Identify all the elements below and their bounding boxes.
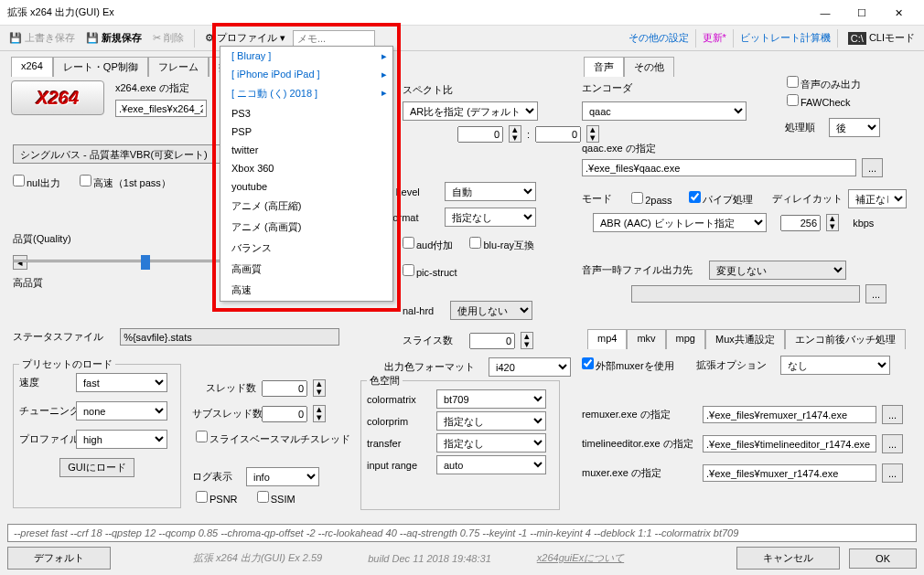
timelineeditor-input[interactable] — [703, 435, 876, 453]
qaac-exe-input[interactable] — [582, 159, 856, 176]
sar-h-spin[interactable]: ▴▾ — [586, 125, 599, 143]
about-link[interactable]: x264guiExについて — [537, 551, 624, 565]
save-new-button[interactable]: 💾新規保存 — [82, 29, 145, 47]
muxer-input[interactable] — [703, 464, 876, 482]
profile-menu-item[interactable]: Xbox 360 — [220, 159, 392, 177]
tab-mux-common[interactable]: Mux共通設定 — [705, 329, 785, 349]
nalhrd-select[interactable]: 使用しない — [450, 301, 532, 320]
remuxer-input[interactable] — [703, 406, 876, 423]
aud-check[interactable]: aud付加 — [403, 237, 453, 252]
statusfile-label: ステータスファイル — [13, 330, 103, 344]
tab-other[interactable]: その他 — [624, 57, 674, 77]
sar-w-spin[interactable]: ▴▾ — [509, 125, 521, 143]
sar-w-input[interactable] — [457, 126, 503, 143]
save-overwrite-button[interactable]: 💾上書き保存 — [5, 29, 79, 47]
slice-mt-check[interactable]: スライスベースマルチスレッド — [196, 431, 350, 446]
statusfile-input[interactable] — [120, 328, 339, 346]
quality-slider-thumb[interactable] — [141, 255, 150, 270]
picstruct-check[interactable]: pic-struct — [403, 264, 457, 278]
bitrate-calc-link[interactable]: ビットレート計算機 — [740, 31, 831, 45]
temp-out-browse[interactable]: ... — [865, 284, 886, 303]
bluray-check[interactable]: blu-ray互換 — [469, 237, 534, 252]
colorprim-select[interactable]: 指定なし — [436, 411, 546, 431]
profile-menu-item[interactable]: 高速 — [220, 280, 392, 301]
cli-mode-button[interactable]: C:\CLIモード — [844, 29, 919, 47]
maximize-button[interactable]: ☐ — [843, 2, 880, 24]
bitrate-spin[interactable]: ▴▾ — [826, 214, 839, 231]
slices-input[interactable] — [469, 333, 515, 349]
aspect-select[interactable]: AR比を指定 (デフォルト) — [403, 101, 538, 121]
profile-menu-item[interactable]: 高画質 — [220, 259, 392, 280]
tab-mpg[interactable]: mpg — [666, 329, 705, 349]
load-gui-button[interactable]: GUIにロード — [59, 458, 134, 477]
tab-rate-qp[interactable]: レート・QP制御 — [53, 57, 148, 77]
proc-order-select[interactable]: 後 — [829, 118, 880, 137]
muxer-browse[interactable]: ... — [882, 463, 903, 483]
nul-output-check[interactable]: nul出力 — [13, 175, 60, 190]
other-settings-link[interactable]: その他の設定 — [629, 31, 689, 45]
slices-spin[interactable]: ▴▾ — [521, 332, 533, 349]
threads-spin[interactable]: ▴▾ — [313, 379, 326, 397]
temp-out-path[interactable] — [631, 285, 860, 303]
tab-audio[interactable]: 音声 — [584, 57, 624, 77]
default-button[interactable]: デフォルト — [7, 547, 111, 570]
profile-menu-item[interactable]: [ Bluray ]▸ — [220, 47, 392, 65]
timelineeditor-browse[interactable]: ... — [882, 434, 903, 453]
profile-menu-item[interactable]: アニメ (高圧縮) — [220, 196, 392, 217]
transfer-select[interactable]: 指定なし — [436, 433, 546, 453]
tab-mp4[interactable]: mp4 — [587, 329, 627, 349]
log-select[interactable]: info — [246, 467, 319, 486]
remuxer-browse[interactable]: ... — [882, 405, 903, 424]
temp-out-select[interactable]: 変更しない — [709, 261, 846, 280]
threads-input[interactable] — [262, 380, 307, 397]
aac-mode-select[interactable]: ABR (AAC) ビットレート指定 — [593, 213, 767, 232]
ext-opt-select[interactable]: なし — [780, 356, 890, 375]
tab-batch[interactable]: エンコ前後バッチ処理 — [785, 329, 906, 349]
inputrange-select[interactable]: auto — [436, 455, 546, 474]
profile-menu-item[interactable]: [ ニコ動 (く) 2018 ]▸ — [220, 83, 392, 104]
psnr-check[interactable]: PSNR — [196, 491, 238, 505]
memo-input[interactable] — [293, 30, 375, 47]
cancel-button[interactable]: キャンセル — [736, 547, 840, 570]
update-link[interactable]: 更新* — [703, 31, 726, 45]
fawcheck-check[interactable]: FAWCheck — [787, 94, 851, 108]
ext-muxer-check[interactable]: 外部muxerを使用 — [582, 357, 674, 373]
output-csp-select[interactable]: i420 — [489, 357, 571, 377]
profile-dropdown[interactable]: ⚙プロファイル ▾ — [201, 29, 289, 47]
profile-menu-item[interactable]: アニメ (高画質) — [220, 217, 392, 238]
fast-1stpass-check[interactable]: 高速（1st pass） — [80, 175, 171, 190]
encoder-select[interactable]: qaac — [582, 101, 747, 121]
profile-menu-item[interactable]: twitter — [220, 141, 392, 159]
profile-menu-item[interactable]: バランス — [220, 238, 392, 259]
cmdline-display[interactable] — [7, 524, 917, 542]
twopass-check[interactable]: 2pass — [631, 192, 672, 206]
delay-select[interactable]: 補正なし — [848, 189, 907, 208]
tuning-select[interactable]: none — [76, 401, 167, 421]
pipe-check[interactable]: パイプ処理 — [689, 191, 753, 207]
tab-mkv[interactable]: mkv — [627, 329, 665, 349]
profile-menu-item[interactable]: PS3 — [220, 104, 392, 122]
audio-only-check[interactable]: 音声のみ出力 — [787, 76, 861, 91]
videoformat-select[interactable]: 指定なし — [445, 208, 536, 227]
sar-h-input[interactable] — [535, 126, 581, 143]
speed-select[interactable]: fast — [76, 373, 167, 392]
bitrate-input[interactable] — [780, 215, 821, 231]
subthreads-spin[interactable]: ▴▾ — [313, 405, 326, 422]
h264level-select[interactable]: 自動 — [445, 182, 536, 201]
subthreads-input[interactable] — [262, 406, 307, 422]
tab-frame[interactable]: フレーム — [148, 57, 209, 77]
close-button[interactable]: ✕ — [880, 2, 917, 24]
profile-menu-item[interactable]: PSP — [220, 122, 392, 141]
profile-menu-item[interactable]: [ iPhone iPod iPad ]▸ — [220, 65, 392, 83]
profile-select[interactable]: high — [76, 430, 167, 449]
quality-slider-left[interactable]: ◂ — [13, 255, 27, 270]
tab-x264[interactable]: x264 — [11, 57, 53, 77]
colormatrix-select[interactable]: bt709 — [436, 389, 546, 409]
ssim-check[interactable]: SSIM — [257, 491, 295, 505]
delete-button[interactable]: ✂削除 — [149, 29, 188, 47]
ok-button[interactable]: OK — [849, 548, 917, 569]
profile-menu-item[interactable]: youtube — [220, 177, 392, 196]
minimize-button[interactable]: — — [807, 2, 843, 24]
qaac-exe-browse[interactable]: ... — [862, 158, 883, 177]
x264-exe-input[interactable] — [115, 100, 207, 117]
